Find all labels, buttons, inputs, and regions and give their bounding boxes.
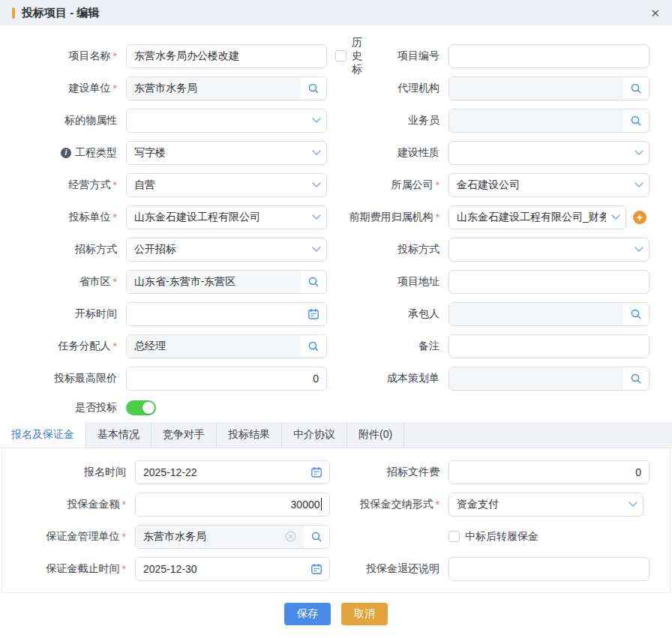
contractor-value xyxy=(449,303,623,325)
calendar-icon[interactable] xyxy=(304,461,329,484)
search-icon[interactable] xyxy=(301,271,326,293)
remark-input[interactable] xyxy=(448,334,650,358)
open-time-value xyxy=(127,303,301,325)
subject-attr-value xyxy=(127,109,307,132)
calendar-icon[interactable] xyxy=(304,558,329,580)
search-icon[interactable] xyxy=(301,77,326,100)
tender-mode-select[interactable]: 公开招标 xyxy=(126,238,327,262)
bidding-unit-value: 山东金石建设工程有限公司 xyxy=(127,206,307,229)
deposit-amount-input[interactable]: 30000 xyxy=(135,493,330,517)
search-icon[interactable] xyxy=(301,335,326,358)
search-icon[interactable] xyxy=(623,77,649,100)
refund-note-input[interactable] xyxy=(448,557,650,581)
field-label: 保证金截止时间 xyxy=(46,562,120,576)
required-star: * xyxy=(113,50,117,62)
save-button[interactable]: 保存 xyxy=(284,603,331,625)
bid-mode-value xyxy=(449,238,629,261)
tab-attachments[interactable]: 附件(0) xyxy=(347,422,404,448)
field-deposit-amount: 投保金金额* 30000 xyxy=(2,488,337,520)
info-icon[interactable]: i xyxy=(61,148,71,158)
toggle-knob-icon xyxy=(142,402,154,414)
required-star: * xyxy=(436,179,440,191)
field-operation-mode: 经营方式* 自营 xyxy=(0,169,336,201)
contractor-picker[interactable] xyxy=(448,302,650,326)
region-picker[interactable]: 山东省-东营市-东营区 xyxy=(126,270,327,294)
field-label: 建设性质 xyxy=(398,146,440,160)
field-address: 项目地址 xyxy=(336,265,672,298)
company-select[interactable]: 金石建设公司 xyxy=(448,173,650,197)
field-label: 承包人 xyxy=(408,307,440,321)
salesman-picker[interactable] xyxy=(448,109,650,133)
search-icon[interactable] xyxy=(304,526,329,548)
chevron-down-icon xyxy=(606,206,626,229)
salesman-value xyxy=(449,109,623,132)
field-bid-mode: 投标方式 xyxy=(336,233,672,265)
required-star: * xyxy=(113,211,117,223)
doc-fee-input[interactable] xyxy=(448,460,650,484)
deposit-pay-form-select[interactable]: 资金支付 xyxy=(448,493,644,517)
tab-bar: 报名及保证金 基本情况 竞争对手 投标结果 中介协议 附件(0) xyxy=(0,422,672,448)
field-company: 所属公司* 金石建设公司 xyxy=(336,169,672,201)
text-caret xyxy=(321,498,322,511)
field-label: 代理机构 xyxy=(398,82,440,95)
required-star: * xyxy=(113,82,117,94)
field-cost-plan: 成本策划单 xyxy=(336,362,672,394)
dialog-title: 投标项目 - 编辑 xyxy=(22,6,99,20)
field-label: 成本策划单 xyxy=(387,372,440,385)
tab-signup-deposit[interactable]: 报名及保证金 xyxy=(0,422,86,448)
is-bid-toggle[interactable] xyxy=(126,400,156,415)
fee-org-select[interactable]: 山东金石建设工程有限公司_财务 xyxy=(448,205,626,229)
deposit-amount-value: 30000 xyxy=(291,499,320,511)
tab-bid-result[interactable]: 投标结果 xyxy=(217,422,282,448)
field-assigner: 任务分配人* 总经理 xyxy=(0,330,336,362)
field-project-name: 项目名称* 历史标 xyxy=(0,40,336,72)
cancel-button[interactable]: 取消 xyxy=(341,603,388,625)
agency-picker[interactable] xyxy=(448,76,650,100)
signup-deposit-panel: 报名时间 2025-12-22 招标文件费 投保金金额* 30000 投保金交纳… xyxy=(2,448,670,593)
field-label: 报名时间 xyxy=(84,466,126,479)
open-time-datepicker[interactable] xyxy=(126,302,327,326)
field-label: 投标单位 xyxy=(69,211,111,224)
construction-nature-select[interactable] xyxy=(448,141,650,165)
tab-competitors[interactable]: 竞争对手 xyxy=(152,422,217,448)
field-label: 经营方式 xyxy=(69,178,111,192)
search-icon[interactable] xyxy=(623,367,649,390)
region-value: 山东省-东营市-东营区 xyxy=(127,271,301,293)
project-type-select[interactable]: 写字楼 xyxy=(126,141,327,165)
subject-attr-select[interactable] xyxy=(126,109,327,133)
bidding-unit-select[interactable]: 山东金石建设工程有限公司 xyxy=(126,205,327,229)
field-subject-attr: 标的物属性 xyxy=(0,104,336,136)
bid-mode-select[interactable] xyxy=(448,238,650,262)
fee-org-value: 山东金石建设工程有限公司_财务 xyxy=(449,206,606,229)
add-fee-org-button[interactable]: + xyxy=(633,211,646,224)
tab-basic-info[interactable]: 基本情况 xyxy=(86,422,152,448)
search-icon[interactable] xyxy=(623,303,649,325)
tab-intermediary-agreement[interactable]: 中介协议 xyxy=(282,422,347,448)
field-construction-nature: 建设性质 xyxy=(336,136,672,169)
project-name-input[interactable] xyxy=(126,44,327,68)
address-input[interactable] xyxy=(448,270,650,294)
construction-unit-picker[interactable]: 东营市水务局 xyxy=(126,76,327,100)
operation-mode-select[interactable]: 自营 xyxy=(126,173,327,197)
field-project-code: 项目编号 xyxy=(336,40,672,72)
chevron-down-icon xyxy=(629,238,649,261)
transfer-deposit-checkbox[interactable] xyxy=(448,531,460,542)
field-label: 备注 xyxy=(418,340,440,353)
deposit-manage-unit-picker[interactable]: 东营市水务局 xyxy=(135,525,330,549)
required-star: * xyxy=(113,179,117,191)
construction-unit-value: 东营市水务局 xyxy=(127,77,301,100)
max-price-input[interactable] xyxy=(126,367,327,391)
deposit-deadline-datepicker[interactable]: 2025-12-30 xyxy=(135,557,330,581)
transfer-deposit-label: 中标后转履保金 xyxy=(465,530,538,544)
calendar-icon[interactable] xyxy=(301,303,326,325)
signup-time-datepicker[interactable]: 2025-12-22 xyxy=(135,460,330,484)
assigner-picker[interactable]: 总经理 xyxy=(126,334,327,358)
clear-icon[interactable] xyxy=(285,531,296,542)
assigner-value: 总经理 xyxy=(127,335,301,358)
close-icon[interactable]: ✕ xyxy=(650,7,660,19)
cost-plan-picker[interactable] xyxy=(448,367,650,391)
search-icon[interactable] xyxy=(623,109,649,132)
deposit-deadline-value: 2025-12-30 xyxy=(136,558,304,580)
field-tender-mode: 招标方式 公开招标 xyxy=(0,233,336,265)
project-code-input[interactable] xyxy=(448,44,650,68)
